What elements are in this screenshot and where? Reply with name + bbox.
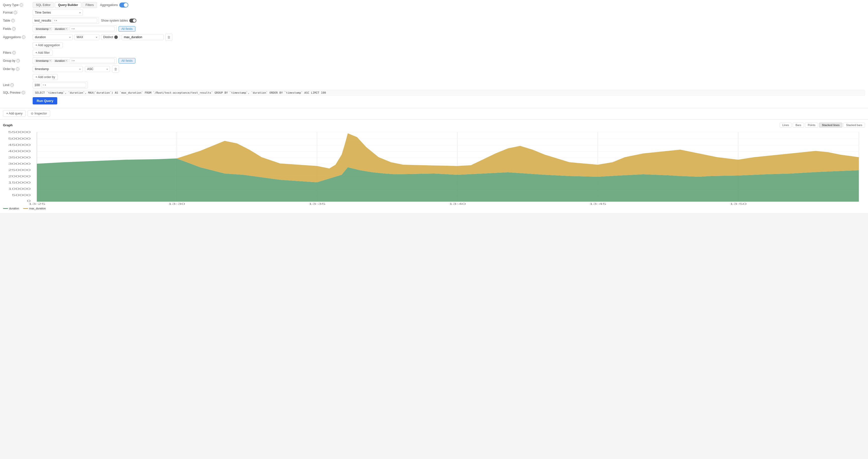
limit-info-icon[interactable]: ⓘ <box>10 84 14 87</box>
legend-duration-label: duration <box>9 207 19 210</box>
fields-clear-chevron[interactable]: × ▾ <box>69 26 115 31</box>
tab-sql-editor[interactable]: SQL Editor <box>33 2 54 8</box>
group-by-input[interactable]: timestamp × duration × × ▾ <box>33 57 117 64</box>
group-by-tag-duration-close[interactable]: × <box>66 59 67 62</box>
order-by-info-icon[interactable]: ⓘ <box>16 67 19 71</box>
show-system-tables-toggle[interactable]: Show system tables <box>101 19 136 23</box>
graph-header: Graph Lines Bars Points Stacked lines St… <box>3 123 865 128</box>
group-by-info-icon[interactable]: ⓘ <box>16 59 20 63</box>
graph-type-points[interactable]: Points <box>805 123 818 128</box>
query-type-info-icon[interactable]: ⓘ <box>20 3 23 7</box>
aggregations-toggle-group: Aggregations <box>100 2 128 7</box>
graph-type-stacked-bars[interactable]: Stacked bars <box>843 123 865 128</box>
sql-preview-label: SQL Preview ⓘ <box>3 90 31 94</box>
sql-preview-info-icon[interactable]: ⓘ <box>22 91 25 94</box>
inspector-icon: ⊙ <box>31 112 33 115</box>
add-order-by-button[interactable]: + Add order by <box>33 74 58 80</box>
inspector-button[interactable]: ⊙ Inspector <box>28 110 50 117</box>
filters-info-icon[interactable]: ⓘ <box>12 51 16 55</box>
limit-clear-chevron[interactable]: × ▾ <box>41 83 86 87</box>
system-tables-dot-toggle[interactable] <box>129 19 136 23</box>
aggregations-toggle[interactable] <box>119 2 128 7</box>
aggregations-info-icon[interactable]: ⓘ <box>22 35 25 39</box>
graph-type-bars[interactable]: Bars <box>793 123 804 128</box>
trash-icon-order: 🗑 <box>114 67 117 71</box>
fields-info-icon[interactable]: ⓘ <box>12 27 16 31</box>
tab-filters[interactable]: Filters <box>82 2 97 8</box>
add-query-button[interactable]: + Add query <box>3 110 26 117</box>
table-info-icon[interactable]: ⓘ <box>11 19 15 22</box>
svg-text:350000: 350000 <box>8 156 31 159</box>
order-by-field-select[interactable]: timestamp ▾ <box>33 66 83 72</box>
svg-text:100000: 100000 <box>8 187 31 190</box>
legend-max-duration: max_duration <box>23 207 46 210</box>
svg-text:13:40: 13:40 <box>449 202 466 205</box>
filters-label: Filters ⓘ <box>3 51 31 55</box>
order-by-delete-button[interactable]: 🗑 <box>112 66 119 72</box>
svg-text:13:50: 13:50 <box>730 202 746 205</box>
legend-max-duration-label: max_duration <box>29 207 46 210</box>
graph-title: Graph <box>3 123 12 127</box>
group-by-tag-duration: duration × <box>54 59 69 63</box>
svg-text:150000: 150000 <box>8 181 31 184</box>
table-input[interactable]: test_results × ▾ <box>33 17 99 24</box>
sql-preview-text: SELECT `timestamp`, `duration`, MAX(`dur… <box>33 90 865 96</box>
svg-text:13:35: 13:35 <box>309 202 326 205</box>
aggregation-delete-button[interactable]: 🗑 <box>165 34 172 41</box>
bottom-bar: + Add query ⊙ Inspector <box>0 108 868 119</box>
order-by-direction-select[interactable]: ASC ▾ <box>85 66 110 72</box>
fields-all-fields-button[interactable]: All fields <box>119 26 135 32</box>
svg-text:13:25: 13:25 <box>28 202 45 205</box>
fields-tag-duration: duration × <box>54 27 69 31</box>
order-by-field-chevron: ▾ <box>80 68 81 71</box>
fields-tag-timestamp: timestamp × <box>34 27 53 31</box>
chart-area: 550000 500000 450000 400000 350000 30000… <box>3 130 865 205</box>
fields-tag-timestamp-close[interactable]: × <box>50 27 51 30</box>
svg-text:250000: 250000 <box>8 168 31 171</box>
add-filter-button[interactable]: + Add filter <box>33 50 53 56</box>
aggregations-label: Aggregations <box>100 3 118 7</box>
svg-text:13:30: 13:30 <box>168 202 185 205</box>
svg-text:300000: 300000 <box>8 162 31 165</box>
table-clear-chevron[interactable]: × ▾ <box>52 18 97 23</box>
svg-text:450000: 450000 <box>8 143 31 146</box>
graph-type-stacked-lines[interactable]: Stacked lines <box>819 123 842 128</box>
distinct-dot-toggle[interactable] <box>114 35 118 39</box>
svg-text:13:45: 13:45 <box>589 202 606 205</box>
add-aggregation-button[interactable]: + Add aggregation <box>33 42 63 48</box>
aggregation-field-select[interactable]: duration ▾ <box>33 34 73 40</box>
svg-text:400000: 400000 <box>8 150 31 153</box>
graph-type-lines[interactable]: Lines <box>780 123 792 128</box>
legend-max-duration-color <box>23 208 28 209</box>
aggregation-function-select[interactable]: MAX ▾ <box>74 34 99 40</box>
legend-duration-color <box>3 208 8 209</box>
tab-query-builder[interactable]: Query Builder <box>55 2 81 8</box>
run-query-button[interactable]: Run Query <box>33 97 57 104</box>
group-by-clear-chevron[interactable]: × ▾ <box>69 58 115 63</box>
table-label: Table ⓘ <box>3 19 31 22</box>
limit-label: Limit ⓘ <box>3 84 31 87</box>
agg-function-chevron: ▾ <box>96 36 97 39</box>
aggregation-alias-input[interactable] <box>122 34 164 40</box>
fields-label: Fields ⓘ <box>3 27 31 31</box>
group-by-tag-timestamp: timestamp × <box>34 59 53 63</box>
graph-section: Graph Lines Bars Points Stacked lines St… <box>0 119 868 213</box>
limit-input[interactable]: 100 × ▾ <box>33 81 88 88</box>
format-info-icon[interactable]: ⓘ <box>13 11 17 14</box>
format-select[interactable]: Time Series ▾ <box>33 9 83 15</box>
graph-type-buttons: Lines Bars Points Stacked lines Stacked … <box>780 123 865 128</box>
chart-legend: duration max_duration <box>3 207 865 210</box>
fields-tag-duration-close[interactable]: × <box>66 27 67 30</box>
trash-icon: 🗑 <box>167 35 170 39</box>
group-by-all-fields-button[interactable]: All fields <box>119 58 135 64</box>
group-by-tag-timestamp-close[interactable]: × <box>50 59 51 62</box>
svg-text:50000: 50000 <box>12 194 31 197</box>
chart-svg: 550000 500000 450000 400000 350000 30000… <box>3 130 865 205</box>
svg-text:550000: 550000 <box>8 131 31 134</box>
agg-field-chevron: ▾ <box>69 36 70 39</box>
legend-duration: duration <box>3 207 19 210</box>
distinct-toggle[interactable]: Distinct <box>101 34 120 40</box>
svg-text:0: 0 <box>27 199 31 202</box>
svg-text:500000: 500000 <box>8 137 31 140</box>
fields-input[interactable]: timestamp × duration × × ▾ <box>33 25 117 32</box>
